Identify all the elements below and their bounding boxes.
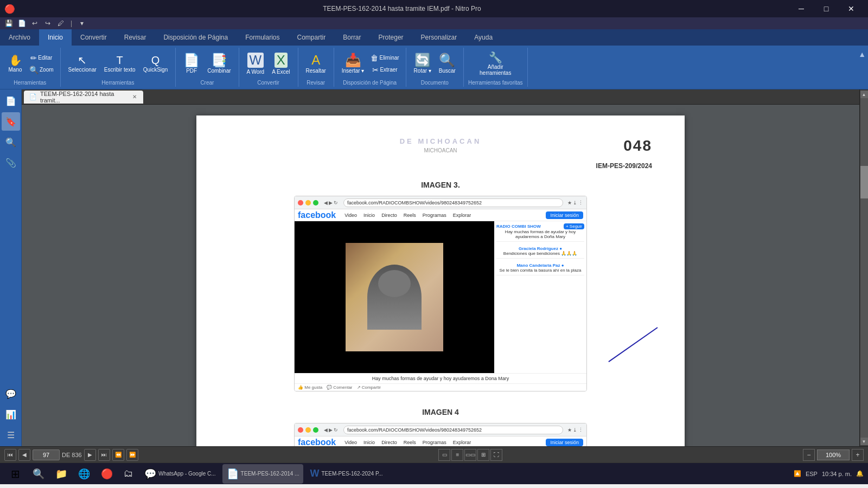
sidebar-attachments-btn[interactable]: 📎 [2, 153, 20, 172]
taskbar-file-explorer[interactable]: 📁 [51, 464, 72, 484]
tab-convertir[interactable]: Convertir [72, 29, 116, 46]
prev-page-btn[interactable]: ◀ [18, 449, 30, 461]
quicksign-button[interactable]: Q QuickSign [140, 53, 171, 75]
next-page-btn[interactable]: ▶ [84, 449, 96, 461]
ribbon-group-documento: 🔄 Rotar ▾ 🔍 Buscar Documento [406, 48, 464, 87]
single-page-btn[interactable]: ▭ [438, 449, 450, 461]
fb-nav-inicio: Inicio [361, 211, 377, 219]
redo-quick-btn[interactable]: ↪ [42, 18, 53, 29]
scroll-down-btn[interactable]: ▼ [860, 438, 868, 445]
resaltar-button[interactable]: A Resaltar [303, 52, 329, 76]
cursor-icon: ↖ [78, 55, 87, 66]
escribir-button[interactable]: T Escribir texto [101, 53, 139, 75]
scroll-up-btn[interactable]: ▲ [860, 91, 868, 98]
tab-ayuda[interactable]: Ayuda [465, 29, 501, 46]
sidebar-list-btn[interactable]: ☰ [2, 426, 20, 444]
sidebar-bookmarks-btn[interactable]: 🔖 [2, 112, 20, 131]
tab-compartir[interactable]: Compartir [289, 29, 335, 46]
sidebar-search-btn[interactable]: 🔍 [2, 133, 20, 151]
mano-button[interactable]: ✋ Mano [4, 53, 26, 75]
undo-quick-btn[interactable]: ↩ [29, 18, 40, 29]
fb-follow-btn-1[interactable]: + Seguir [564, 223, 584, 229]
combinar-button[interactable]: 📑 Combinar [204, 52, 234, 76]
new-quick-btn[interactable]: 📄 [16, 18, 27, 29]
first-page-btn[interactable]: ⏮ [4, 449, 16, 461]
fb-caption-text-1: Hay muchas formas de ayudar y hoy ayudar… [298, 376, 583, 381]
sidebar-pages-btn[interactable]: 📄 [2, 92, 20, 110]
page-number-input[interactable] [33, 450, 60, 460]
continuous-btn[interactable]: ≡ [451, 449, 463, 461]
tab-proteger[interactable]: Proteger [370, 29, 412, 46]
insertar-button[interactable]: 📥 Insertar ▾ [339, 52, 368, 76]
tab-personalizar[interactable]: Personalizar [412, 29, 466, 46]
taskbar-files[interactable]: 🗂 [119, 464, 138, 484]
facebook-screenshot-1: ◀▶↻ facebook.com/RADIOCOMBSHOW/videos/98… [294, 196, 587, 391]
fullscreen-btn[interactable]: ⛶ [490, 449, 502, 461]
taskbar-whatsapp[interactable]: 💬 WhatsApp - Google C... [140, 464, 220, 484]
taskbar-word[interactable]: W TEEM-PES-162-2024 P... [305, 464, 387, 484]
edit-quick-btn[interactable]: 🖊 [55, 18, 66, 29]
start-button[interactable]: ⊞ [4, 464, 26, 484]
fb-signin-btn-2[interactable]: Iniciar sesión [546, 439, 583, 446]
fb-url-text-2: facebook.com/RADIOCOMBSHOW/videos/980248… [347, 427, 482, 433]
tab-archivo[interactable]: Archivo [0, 29, 39, 46]
pdf-viewer: 📄 TEEM-PES-162-2014 hasta tramit... ✕ DE… [22, 89, 859, 446]
taskbar-nitro-pdf[interactable]: 📄 TEEM-PES-162-2014 ... [222, 464, 304, 484]
sidebar-chart-btn[interactable]: 📊 [2, 405, 20, 423]
word-button[interactable]: W A Word [244, 50, 268, 77]
ribbon-collapse-btn[interactable]: ▲ [858, 50, 866, 59]
tab-revisar[interactable]: Revisar [116, 29, 155, 46]
delete-icon: 🗑 [371, 54, 378, 62]
audio-next-btn[interactable]: ⏩ [126, 449, 138, 461]
restore-button[interactable]: □ [814, 0, 839, 17]
word-taskbar-icon: W [310, 468, 319, 479]
last-page-btn[interactable]: ⏭ [98, 449, 110, 461]
editar-button[interactable]: ✏ Editar [27, 53, 56, 63]
taskbar-search[interactable]: 🔍 [28, 464, 49, 484]
fb-signin-btn-1[interactable]: Iniciar sesión [546, 211, 583, 219]
notification-bell: 🔔 [856, 470, 864, 477]
tab-disposicion[interactable]: Disposición de Página [155, 29, 237, 46]
extraer-button[interactable]: ✂ Extraer [368, 65, 401, 75]
fb-min-btn [305, 200, 311, 206]
excel-icon: X [275, 53, 288, 68]
anadir-herramientas-button[interactable]: 🔧 Añadirherramientas [476, 50, 514, 78]
rotar-button[interactable]: 🔄 Rotar ▾ [411, 52, 435, 76]
tab-inicio[interactable]: Inicio [39, 29, 72, 46]
main-area: 📄 🔖 🔍 📎 💬 📊 ☰ 📄 TEEM-PES-162-2014 hasta … [0, 89, 868, 446]
fb-video-person [346, 243, 443, 351]
minimize-button[interactable]: ─ [789, 0, 814, 17]
scroll-track[interactable] [860, 98, 868, 438]
zoom-controls: − + [803, 449, 864, 461]
double-page-btn[interactable]: ▭▭ [464, 449, 476, 461]
close-button[interactable]: ✕ [839, 0, 864, 17]
pdf-content[interactable]: DE MICHOACAN MICHOACAN 048 IEM-PES-209/2… [22, 105, 859, 446]
clock: 10:34 p. m. [822, 471, 852, 477]
pdf-tab-close-btn[interactable]: ✕ [131, 93, 138, 101]
zoom-in-btn[interactable]: + [852, 449, 864, 461]
excel-button[interactable]: X A Excel [269, 50, 293, 77]
youtube-icon: 🔴 [101, 468, 113, 480]
text-icon: T [117, 55, 123, 66]
tab-formularios[interactable]: Formularios [237, 29, 288, 46]
customize-toolbar-btn[interactable]: ▾ [76, 18, 87, 29]
zoom-button[interactable]: 🔍 Zoom [27, 65, 56, 75]
fb-comment-2: Graciela Rodríguez ● Bendiciones que ben… [496, 245, 584, 259]
buscar-button[interactable]: 🔍 Buscar [436, 52, 459, 76]
taskbar-edge[interactable]: 🌐 [74, 464, 94, 484]
doc-reference: IEM-PES-209/2024 [229, 162, 652, 170]
zoom-level-input[interactable] [817, 450, 850, 460]
eliminar-button[interactable]: 🗑 Eliminar [368, 53, 401, 63]
zoom-out-btn[interactable]: − [803, 449, 815, 461]
save-quick-btn[interactable]: 💾 [3, 18, 14, 29]
sidebar-comment-btn[interactable]: 💬 [2, 384, 20, 403]
audio-prev-btn[interactable]: ⏪ [112, 449, 124, 461]
pdf-tab-active[interactable]: 📄 TEEM-PES-162-2014 hasta tramit... ✕ [24, 91, 143, 104]
taskbar-youtube[interactable]: 🔴 [97, 464, 117, 484]
double-continuous-btn[interactable]: ⊞ [477, 449, 489, 461]
seleccionar-button[interactable]: ↖ Seleccionar [65, 53, 100, 75]
files-icon: 🗂 [124, 468, 133, 479]
pdf-button[interactable]: 📄 PDF [180, 52, 203, 76]
tab-borrar[interactable]: Borrar [334, 29, 369, 46]
imagen4-title: IMAGEN 4 [229, 408, 652, 416]
